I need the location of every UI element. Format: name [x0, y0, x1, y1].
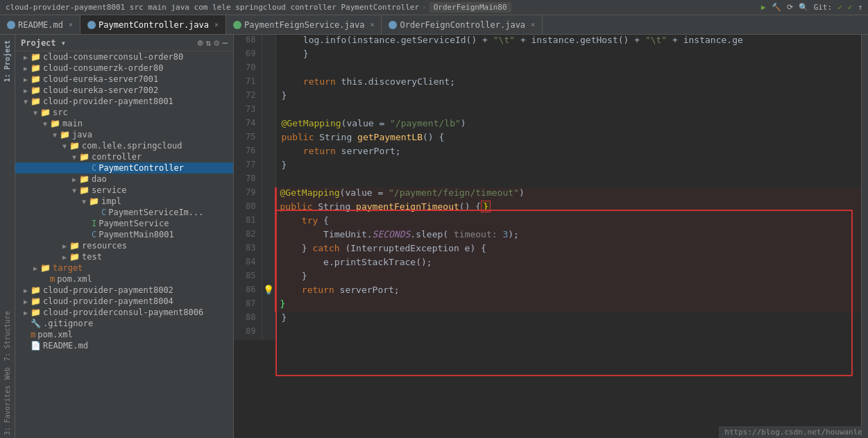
line-code: } — [275, 312, 861, 326]
sidebar-item-resources[interactable]: ▶ 📁 resources — [15, 240, 233, 251]
item-label: PaymentServiceIm... — [108, 208, 203, 217]
line-number: 80 — [234, 201, 262, 215]
sort-icon[interactable]: ⇅ — [206, 37, 212, 48]
sidebar-item-main8001[interactable]: C PaymentMain8001 — [15, 229, 233, 240]
folder-icon: 📁 — [69, 241, 80, 251]
java-i-icon: I — [92, 219, 96, 228]
item-label: java — [72, 130, 92, 140]
search-icon[interactable]: 🔍 — [799, 3, 808, 12]
arrow-icon: ▶ — [21, 53, 31, 61]
build-icon[interactable]: 🔨 — [772, 3, 781, 12]
code-table: 68 log.info(instance.getServiceId() + "\… — [234, 35, 861, 340]
line-gutter: 💡 — [262, 285, 275, 298]
tab-payment-feign[interactable]: PaymentFeignService.java × — [226, 15, 382, 34]
folder-icon: 📁 — [31, 296, 41, 306]
sidebar-item-payment8002[interactable]: ▶ 📁 cloud-provider-payment8002 — [15, 285, 233, 296]
item-label: .gitignore — [43, 319, 93, 328]
table-row: 80 public String paymentFeignTimeout() {… — [234, 201, 861, 215]
line-code: } — [275, 49, 861, 62]
line-code: try { — [275, 215, 861, 229]
line-number: 76 — [234, 146, 262, 160]
line-code: } catch (InterruptedException e) { — [275, 243, 861, 257]
close-payment-controller[interactable]: × — [214, 21, 219, 28]
tab-project[interactable]: 1: Project — [2, 37, 12, 85]
line-number: 74 — [234, 118, 262, 132]
git-check1[interactable]: ✓ — [837, 3, 842, 12]
table-row: 72 } — [234, 90, 861, 104]
item-label: cloud-consumerzk-order80 — [43, 63, 163, 73]
close-readme[interactable]: × — [69, 21, 73, 28]
sidebar-item-test[interactable]: ▶ 📁 test — [15, 251, 233, 262]
item-label: controller — [92, 152, 142, 162]
git-check2[interactable]: ✓ — [848, 3, 853, 12]
item-label: PaymentController — [99, 163, 184, 173]
java-main-icon: C — [92, 230, 96, 239]
git-arrow[interactable]: ↑ — [858, 3, 862, 12]
sidebar-item-root-readme[interactable]: 📄 README.md — [15, 340, 233, 351]
sidebar-item-java[interactable]: ▼ 📁 java — [15, 129, 233, 140]
line-code: @GetMapping(value = "/payment/feign/time… — [275, 187, 861, 201]
close-order-feign[interactable]: × — [531, 21, 535, 28]
line-code: } — [275, 298, 861, 312]
collapse-icon[interactable]: — — [222, 37, 228, 48]
sidebar-item-eureka7002[interactable]: ▶ 📁 cloud-eureka-server7002 — [15, 85, 233, 96]
item-label: cloud-provider-payment8004 — [43, 296, 173, 306]
sidebar-item-src[interactable]: ▼ 📁 src — [15, 107, 233, 118]
sidebar-item-controller[interactable]: ▼ 📁 controller — [15, 151, 233, 162]
close-payment-feign[interactable]: × — [370, 21, 374, 28]
sidebar-item-payment8001[interactable]: ▼ 📁 cloud-provider-payment8001 — [15, 96, 233, 107]
title-bar: cloud-provider-payment8001 src main java… — [0, 0, 868, 15]
table-row: 73 — [234, 104, 861, 118]
line-gutter — [262, 118, 275, 132]
line-code: return serverPort; — [275, 146, 861, 160]
line-gutter — [262, 298, 275, 312]
right-scrollbar[interactable] — [861, 35, 868, 438]
sidebar-item-root-pom[interactable]: m pom.xml — [15, 329, 233, 340]
sidebar-item-pom[interactable]: m pom.xml — [15, 273, 233, 285]
sidebar-item-target[interactable]: ▶ 📁 target — [15, 262, 233, 273]
sidebar-item-impl[interactable]: ▼ 📁 impl — [15, 196, 233, 207]
sidebar-item-payment-controller[interactable]: C PaymentController — [15, 162, 233, 174]
line-gutter — [262, 174, 275, 187]
sidebar-item-svc[interactable]: I PaymentService — [15, 218, 233, 229]
table-row: 85 } — [234, 271, 861, 285]
folder-icon: 📁 — [50, 119, 60, 128]
sidebar-item-main[interactable]: ▼ 📁 main — [15, 118, 233, 129]
line-code: } — [275, 160, 861, 174]
folder-icon: 📁 — [31, 63, 41, 73]
code-area: 68 log.info(instance.getServiceId() + "\… — [234, 35, 861, 438]
sidebar-item-dao[interactable]: ▶ 📁 dao — [15, 174, 233, 185]
item-label: resources — [82, 241, 127, 251]
sidebar-item-consumer80[interactable]: ▶ 📁 cloud-consumerconsul-order80 — [15, 51, 233, 62]
tab-order-feign[interactable]: OrderFeignController.java × — [382, 15, 543, 34]
sidebar-item-svc-impl[interactable]: C PaymentServiceIm... — [15, 207, 233, 218]
arrow-icon: ▶ — [31, 264, 40, 272]
code-content[interactable]: 68 log.info(instance.getServiceId() + "\… — [234, 35, 861, 438]
tab-favorites[interactable]: 3: Favorites — [2, 382, 12, 438]
sync-icon[interactable]: ⟳ — [787, 3, 793, 12]
sidebar-item-consumerzk[interactable]: ▶ 📁 cloud-consumerzk-order80 — [15, 62, 233, 74]
folder-icon: 📁 — [79, 152, 90, 162]
sidebar-item-gitignore[interactable]: 🔧 .gitignore — [15, 318, 233, 329]
line-gutter — [262, 132, 275, 146]
item-label: pom.xml — [57, 274, 92, 284]
sidebar-item-com[interactable]: ▼ 📁 com.lele.springcloud — [15, 140, 233, 151]
sidebar-item-payment8006[interactable]: ▶ 📁 cloud-providerconsul-payment8006 — [15, 307, 233, 318]
line-code — [275, 104, 861, 118]
add-icon[interactable]: ⊕ — [198, 37, 203, 48]
sidebar-item-service[interactable]: ▼ 📁 service — [15, 185, 233, 196]
tab-structure[interactable]: 7: Structure — [2, 308, 12, 364]
sidebar-header: Project ▾ ⊕ ⇅ ⚙ — — [15, 35, 233, 51]
tab-readme[interactable]: README.md × — [0, 15, 80, 34]
sidebar-item-eureka7001[interactable]: ▶ 📁 cloud-eureka-server7001 — [15, 74, 233, 85]
tab-payment-controller[interactable]: PaymentController.java × — [80, 15, 226, 34]
sidebar-item-payment8004[interactable]: ▶ 📁 cloud-provider-payment8004 — [15, 296, 233, 307]
line-gutter — [262, 49, 275, 62]
line-number: 86 — [234, 285, 262, 298]
line-gutter — [262, 257, 275, 271]
line-number: 87 — [234, 298, 262, 312]
tab-web[interactable]: Web — [2, 364, 12, 382]
run-icon[interactable]: ▶ — [761, 3, 766, 12]
settings-icon[interactable]: ⚙ — [214, 37, 219, 48]
bulb-icon[interactable]: 💡 — [263, 285, 274, 295]
